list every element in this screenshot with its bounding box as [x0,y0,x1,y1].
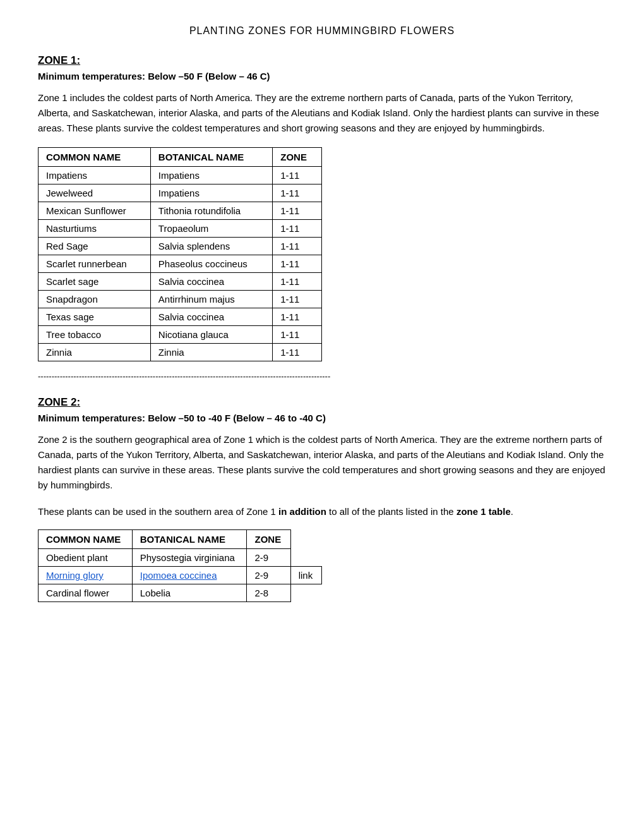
table-cell: Zinnia [39,344,151,361]
ipomoea-link[interactable]: Ipomoea coccinea [140,570,217,581]
zone1-subheading: Minimum temperatures: Below –50 F (Below… [38,71,606,82]
table-cell: Red Sage [39,238,151,255]
table-row: SnapdragonAntirrhinum majus1-11 [39,291,322,308]
table-row: ZinniaZinnia1-11 [39,344,322,361]
section-divider: ----------------------------------------… [38,372,606,381]
table-cell: Texas sage [39,308,151,326]
table-cell: 1-11 [273,167,322,184]
table-cell: Obedient plant [39,549,133,567]
zone2-note-bold1: in addition [278,506,326,517]
zone1-description: Zone 1 includes the coldest parts of Nor… [38,90,606,136]
zone2-note-middle: to all of the plants listed in the [326,506,456,517]
page-title: PLANTING ZONES FOR HUMMINGBIRD FLOWERS [38,25,606,37]
zone2-note-bold2: zone 1 table [456,506,511,517]
table-cell: Antirrhinum majus [150,291,272,308]
zone1-heading: ZONE 1: [38,54,606,67]
table-row: ImpatiensImpatiens1-11 [39,167,322,184]
zone2-col-common: COMMON NAME [39,530,133,549]
table-cell: 1-11 [273,308,322,326]
table-cell: 2-9 [247,549,290,567]
table-cell: Cardinal flower [39,584,133,602]
table-cell: Salvia coccinea [150,308,272,326]
table-cell: 2-8 [247,584,290,602]
zone1-col-common: COMMON NAME [39,148,151,167]
zone2-note-prefix: These plants can be used in the southern… [38,506,278,517]
zone1-table-header-row: COMMON NAME BOTANICAL NAME ZONE [39,148,322,167]
table-cell: 2-9 [247,567,290,584]
table-cell[interactable]: Ipomoea coccinea [132,567,247,584]
table-cell: Mexican Sunflower [39,202,151,220]
table-cell: Jewelweed [39,184,151,202]
table-row: Morning gloryIpomoea coccinea2-9link [39,567,322,584]
table-cell: Nicotiana glauca [150,326,272,344]
zone2-note-suffix: . [511,506,513,517]
table-cell: Tithonia rotundifolia [150,202,272,220]
table-cell: Impatiens [150,184,272,202]
table-row: Scarlet runnerbeanPhaseolus coccineus1-1… [39,255,322,273]
table-cell[interactable]: Morning glory [39,567,133,584]
table-cell: 1-11 [273,184,322,202]
table-cell: 1-11 [273,220,322,238]
table-cell: 1-11 [273,326,322,344]
table-cell: Tree tobacco [39,326,151,344]
table-cell: Scarlet runnerbean [39,255,151,273]
table-cell: 1-11 [273,255,322,273]
table-cell: Tropaeolum [150,220,272,238]
table-cell: Impatiens [39,167,151,184]
table-row: NasturtiumsTropaeolum1-11 [39,220,322,238]
table-row: Tree tobaccoNicotiana glauca1-11 [39,326,322,344]
table-cell: 1-11 [273,202,322,220]
table-row: JewelweedImpatiens1-11 [39,184,322,202]
table-row: Scarlet sageSalvia coccinea1-11 [39,273,322,291]
table-cell: Scarlet sage [39,273,151,291]
table-cell: 1-11 [273,273,322,291]
table-row: Texas sageSalvia coccinea1-11 [39,308,322,326]
zone2-heading: ZONE 2: [38,396,606,409]
zone1-section: ZONE 1: Minimum temperatures: Below –50 … [38,54,606,381]
table-row: Red SageSalvia splendens1-11 [39,238,322,255]
morning-glory-link[interactable]: Morning glory [46,570,104,581]
zone1-col-botanical: BOTANICAL NAME [150,148,272,167]
table-cell: Salvia splendens [150,238,272,255]
zone2-additional-note: These plants can be used in the southern… [38,504,606,519]
table-cell: 1-11 [273,238,322,255]
table-cell: Impatiens [150,167,272,184]
zone1-col-zone: ZONE [273,148,322,167]
table-cell: 1-11 [273,344,322,361]
table-cell: Phaseolus coccineus [150,255,272,273]
table-cell: 1-11 [273,291,322,308]
table-row: Mexican SunflowerTithonia rotundifolia1-… [39,202,322,220]
table-cell: Zinnia [150,344,272,361]
zone2-subheading: Minimum temperatures: Below –50 to -40 F… [38,413,606,423]
zone2-section: ZONE 2: Minimum temperatures: Below –50 … [38,396,606,602]
table-cell: Physostegia virginiana [132,549,247,567]
zone2-col-botanical: BOTANICAL NAME [132,530,247,549]
table-cell: Salvia coccinea [150,273,272,291]
table-row: Cardinal flowerLobelia2-8 [39,584,322,602]
table-cell: Lobelia [132,584,247,602]
zone2-description1: Zone 2 is the southern geographical area… [38,432,606,493]
table-cell: link [290,567,321,584]
table-cell: Snapdragon [39,291,151,308]
zone1-table: COMMON NAME BOTANICAL NAME ZONE Impatien… [38,147,322,361]
zone2-col-zone: ZONE [247,530,290,549]
zone2-table-header-row: COMMON NAME BOTANICAL NAME ZONE [39,530,322,549]
table-row: Obedient plantPhysostegia virginiana2-9 [39,549,322,567]
table-cell: Nasturtiums [39,220,151,238]
zone2-table: COMMON NAME BOTANICAL NAME ZONE Obedient… [38,529,322,602]
